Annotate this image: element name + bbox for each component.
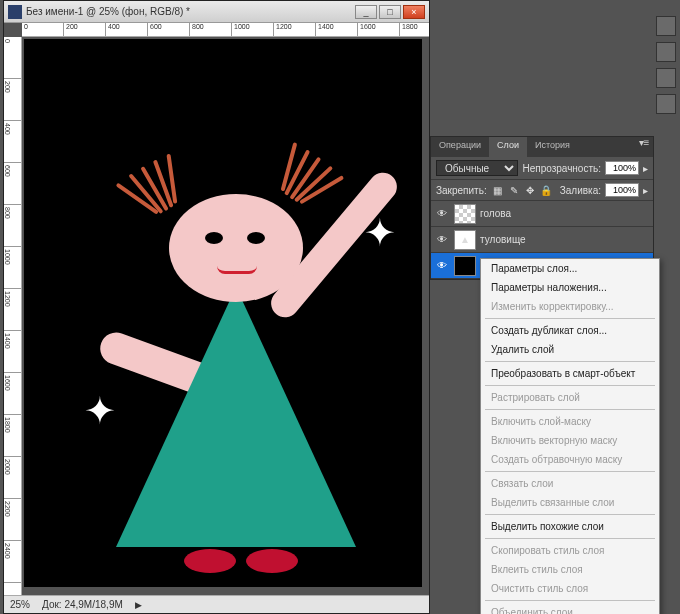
- menu-clear-style: Очистить стиль слоя: [481, 579, 659, 598]
- menu-clip-mask: Создать обтравочную маску: [481, 450, 659, 469]
- sparkle-icon: ✦: [84, 389, 116, 433]
- ruler-tick: 2400: [4, 541, 21, 583]
- tools-strip: [654, 12, 680, 118]
- ruler-tick: 1800: [400, 23, 429, 36]
- doc-size-label: Док: 24,9M/18,9M: [42, 599, 123, 610]
- lock-icons-group: ▦ ✎ ✥ 🔒: [491, 183, 553, 197]
- layer-name[interactable]: туловище: [480, 234, 526, 245]
- lock-label: Закрепить:: [436, 185, 487, 196]
- menu-separator: [485, 514, 655, 515]
- menu-smart-object[interactable]: Преобразовать в смарт-объект: [481, 364, 659, 383]
- menu-separator: [485, 600, 655, 601]
- ruler-tick: 1200: [4, 289, 21, 331]
- tool-icon[interactable]: [656, 94, 676, 114]
- menu-delete-layer[interactable]: Удалить слой: [481, 340, 659, 359]
- menu-merge-layers: Объединить слои: [481, 603, 659, 614]
- ruler-tick: 2200: [4, 499, 21, 541]
- menu-separator: [485, 471, 655, 472]
- menu-blend-options[interactable]: Параметры наложения...: [481, 278, 659, 297]
- tool-icon[interactable]: [656, 16, 676, 36]
- tool-icon[interactable]: [656, 42, 676, 62]
- titlebar[interactable]: Без имени-1 @ 25% (фон, RGB/8) * _ □ ×: [4, 1, 429, 23]
- menu-duplicate-layer[interactable]: Создать дубликат слоя...: [481, 321, 659, 340]
- layer-name[interactable]: голова: [480, 208, 511, 219]
- ruler-tick: 600: [4, 163, 21, 205]
- doll-head: [169, 194, 303, 302]
- maximize-button[interactable]: □: [379, 5, 401, 19]
- menu-rasterize: Растрировать слой: [481, 388, 659, 407]
- menu-enable-vmask: Включить векторную маску: [481, 431, 659, 450]
- doll-foot: [184, 549, 236, 573]
- doll-dress: [116, 287, 356, 547]
- ruler-tick: 1800: [4, 415, 21, 457]
- dropdown-arrow-icon[interactable]: ▸: [643, 185, 648, 196]
- lock-position-icon[interactable]: ✥: [523, 183, 537, 197]
- canvas-viewport[interactable]: ✦ ✦: [22, 37, 429, 595]
- menu-copy-style: Скопировать стиль слоя: [481, 541, 659, 560]
- ruler-tick: 200: [64, 23, 106, 36]
- lock-paint-icon[interactable]: ✎: [507, 183, 521, 197]
- doll-foot: [246, 549, 298, 573]
- ruler-tick: 2000: [4, 457, 21, 499]
- ruler-tick: 800: [4, 205, 21, 247]
- ruler-horizontal[interactable]: 0 200 400 600 800 1000 1200 1400 1600 18…: [22, 23, 429, 37]
- ruler-tick: 400: [4, 121, 21, 163]
- tab-history[interactable]: История: [527, 137, 578, 157]
- layer-thumbnail[interactable]: [454, 204, 476, 224]
- blend-mode-select[interactable]: Обычные: [436, 160, 518, 176]
- sparkle-icon: ✦: [364, 211, 396, 255]
- statusbar: 25% Док: 24,9M/18,9M ▶: [4, 595, 429, 613]
- layer-row[interactable]: 👁 ▲ туловище: [431, 227, 653, 253]
- lock-transparency-icon[interactable]: ▦: [491, 183, 505, 197]
- menu-layer-options[interactable]: Параметры слоя...: [481, 259, 659, 278]
- menu-paste-style: Вклеить стиль слоя: [481, 560, 659, 579]
- lock-all-icon[interactable]: 🔒: [539, 183, 553, 197]
- ruler-tick: 0: [22, 23, 64, 36]
- visibility-icon[interactable]: 👁: [434, 260, 450, 271]
- layer-row[interactable]: 👁 голова: [431, 201, 653, 227]
- doll-eye: [247, 232, 265, 244]
- menu-separator: [485, 538, 655, 539]
- app-icon: [8, 5, 22, 19]
- menu-separator: [485, 409, 655, 410]
- menu-enable-mask: Включить слой-маску: [481, 412, 659, 431]
- ruler-tick: 600: [148, 23, 190, 36]
- visibility-icon[interactable]: 👁: [434, 234, 450, 245]
- ruler-tick: 1600: [4, 373, 21, 415]
- document-title: Без имени-1 @ 25% (фон, RGB/8) *: [26, 6, 190, 17]
- fill-input[interactable]: [605, 183, 639, 197]
- tab-operations[interactable]: Операции: [431, 137, 489, 157]
- doll-mouth: [217, 266, 257, 274]
- menu-select-similar[interactable]: Выделить похожие слои: [481, 517, 659, 536]
- ruler-tick: 1400: [4, 331, 21, 373]
- menu-edit-adjustment: Изменить корректировку...: [481, 297, 659, 316]
- ruler-tick: 1000: [4, 247, 21, 289]
- ruler-tick: 1200: [274, 23, 316, 36]
- ruler-tick: 1400: [316, 23, 358, 36]
- layer-thumbnail[interactable]: ▲: [454, 230, 476, 250]
- menu-separator: [485, 385, 655, 386]
- menu-link-layers: Связать слои: [481, 474, 659, 493]
- panel-tabs: Операции Слои История ▾≡: [431, 137, 653, 157]
- menu-select-linked: Выделить связанные слои: [481, 493, 659, 512]
- tab-layers[interactable]: Слои: [489, 137, 527, 157]
- minimize-button[interactable]: _: [355, 5, 377, 19]
- ruler-tick: 1600: [358, 23, 400, 36]
- ruler-tick: 400: [106, 23, 148, 36]
- menu-separator: [485, 361, 655, 362]
- zoom-level[interactable]: 25%: [10, 599, 30, 610]
- menu-separator: [485, 318, 655, 319]
- tool-icon[interactable]: [656, 68, 676, 88]
- layer-thumbnail[interactable]: [454, 256, 476, 276]
- opacity-input[interactable]: [605, 161, 639, 175]
- ruler-vertical[interactable]: 0 200 400 600 800 1000 1200 1400 1600 18…: [4, 37, 22, 595]
- panel-menu-icon[interactable]: ▾≡: [635, 137, 653, 157]
- canvas[interactable]: ✦ ✦: [24, 39, 422, 587]
- document-window: Без имени-1 @ 25% (фон, RGB/8) * _ □ × 0…: [3, 0, 430, 614]
- status-arrow-icon[interactable]: ▶: [135, 600, 142, 610]
- doll-eye: [205, 232, 223, 244]
- visibility-icon[interactable]: 👁: [434, 208, 450, 219]
- close-button[interactable]: ×: [403, 5, 425, 19]
- fill-label: Заливка:: [560, 185, 601, 196]
- dropdown-arrow-icon[interactable]: ▸: [643, 163, 648, 174]
